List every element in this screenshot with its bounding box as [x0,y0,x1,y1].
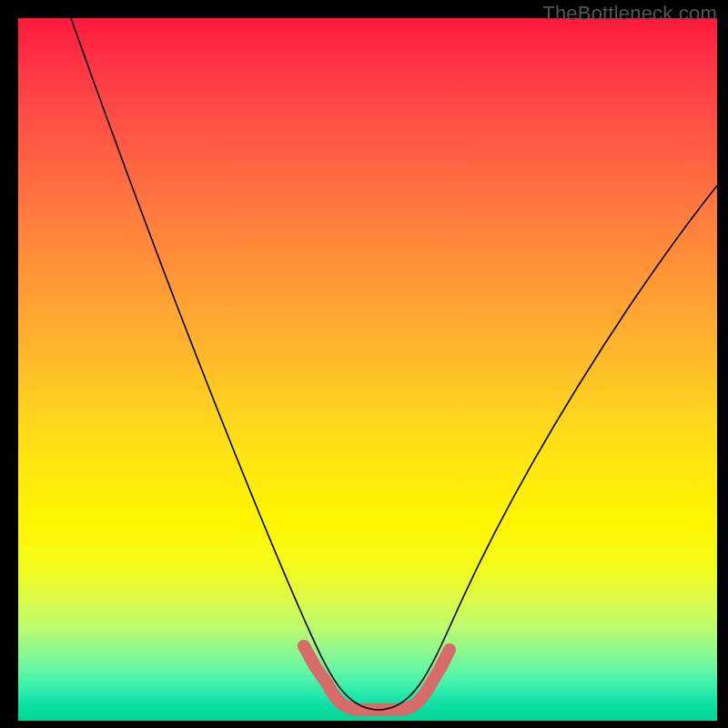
curve-highlight [304,646,450,710]
bottleneck-curve-svg [18,18,717,721]
chart-plot-area [18,18,717,721]
curve-main [71,18,717,710]
chart-frame: TheBottleneck.com [0,0,728,728]
